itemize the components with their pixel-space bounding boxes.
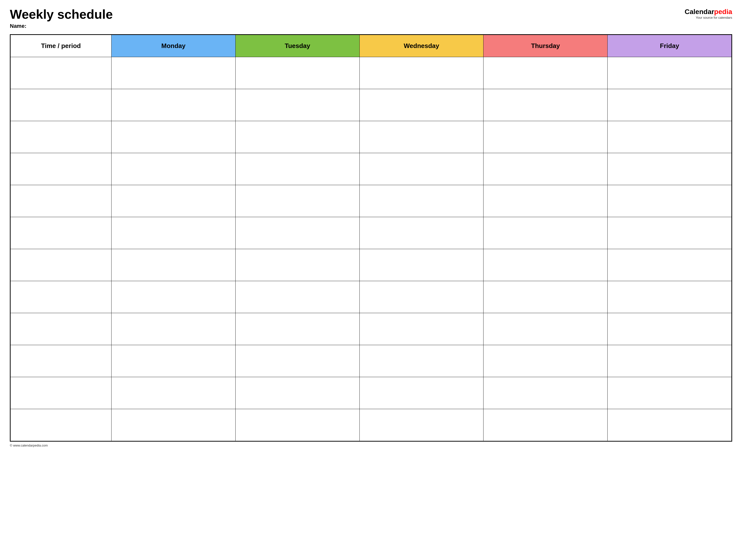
- table-cell[interactable]: [111, 281, 235, 313]
- table-cell[interactable]: [11, 409, 111, 441]
- table-cell[interactable]: [360, 377, 483, 409]
- schedule-table: Time / period Monday Tuesday Wednesday T…: [10, 35, 732, 441]
- table-row[interactable]: [11, 121, 732, 153]
- table-cell[interactable]: [111, 409, 235, 441]
- table-cell[interactable]: [235, 185, 360, 217]
- table-cell[interactable]: [360, 121, 483, 153]
- logo-calendar: Calendar: [685, 8, 714, 15]
- table-cell[interactable]: [360, 89, 483, 121]
- table-cell[interactable]: [607, 249, 732, 281]
- table-cell[interactable]: [235, 217, 360, 249]
- table-cell[interactable]: [483, 281, 607, 313]
- table-row[interactable]: [11, 345, 732, 377]
- logo-pedia: pedia: [714, 8, 732, 15]
- table-cell[interactable]: [360, 313, 483, 345]
- table-cell[interactable]: [111, 249, 235, 281]
- table-cell[interactable]: [235, 89, 360, 121]
- table-cell[interactable]: [111, 153, 235, 185]
- table-cell[interactable]: [360, 249, 483, 281]
- table-cell[interactable]: [607, 217, 732, 249]
- table-cell[interactable]: [11, 217, 111, 249]
- table-cell[interactable]: [111, 89, 235, 121]
- table-cell[interactable]: [607, 121, 732, 153]
- table-row[interactable]: [11, 89, 732, 121]
- table-cell[interactable]: [607, 313, 732, 345]
- table-cell[interactable]: [235, 249, 360, 281]
- table-cell[interactable]: [111, 185, 235, 217]
- table-row[interactable]: [11, 57, 732, 89]
- table-cell[interactable]: [11, 345, 111, 377]
- table-cell[interactable]: [235, 281, 360, 313]
- table-cell[interactable]: [11, 121, 111, 153]
- table-cell[interactable]: [360, 153, 483, 185]
- table-cell[interactable]: [483, 153, 607, 185]
- header-row: Time / period Monday Tuesday Wednesday T…: [11, 35, 732, 57]
- table-cell[interactable]: [235, 313, 360, 345]
- table-cell[interactable]: [607, 377, 732, 409]
- table-cell[interactable]: [111, 217, 235, 249]
- table-cell[interactable]: [11, 89, 111, 121]
- table-cell[interactable]: [607, 345, 732, 377]
- table-cell[interactable]: [483, 57, 607, 89]
- table-cell[interactable]: [483, 409, 607, 441]
- table-cell[interactable]: [235, 409, 360, 441]
- table-cell[interactable]: [11, 377, 111, 409]
- table-cell[interactable]: [607, 153, 732, 185]
- col-header-friday: Friday: [607, 35, 732, 57]
- col-header-time: Time / period: [11, 35, 111, 57]
- table-cell[interactable]: [235, 121, 360, 153]
- table-row[interactable]: [11, 409, 732, 441]
- table-cell[interactable]: [483, 313, 607, 345]
- table-cell[interactable]: [360, 281, 483, 313]
- table-cell[interactable]: [111, 121, 235, 153]
- table-cell[interactable]: [111, 57, 235, 89]
- col-header-thursday: Thursday: [483, 35, 607, 57]
- table-cell[interactable]: [111, 377, 235, 409]
- table-cell[interactable]: [607, 185, 732, 217]
- page-container: Weekly schedule Name: Calendarpedia Your…: [10, 7, 732, 447]
- table-cell[interactable]: [360, 57, 483, 89]
- table-row[interactable]: [11, 313, 732, 345]
- table-row[interactable]: [11, 249, 732, 281]
- table-cell[interactable]: [360, 217, 483, 249]
- table-cell[interactable]: [11, 57, 111, 89]
- title-section: Weekly schedule Name:: [10, 7, 113, 29]
- col-header-monday: Monday: [111, 35, 235, 57]
- schedule-body: [11, 57, 732, 441]
- table-cell[interactable]: [607, 281, 732, 313]
- table-cell[interactable]: [360, 409, 483, 441]
- table-row[interactable]: [11, 217, 732, 249]
- table-cell[interactable]: [483, 377, 607, 409]
- table-cell[interactable]: [11, 281, 111, 313]
- table-cell[interactable]: [235, 345, 360, 377]
- table-row[interactable]: [11, 377, 732, 409]
- table-cell[interactable]: [360, 345, 483, 377]
- table-cell[interactable]: [483, 89, 607, 121]
- table-cell[interactable]: [483, 185, 607, 217]
- table-cell[interactable]: [360, 185, 483, 217]
- col-header-tuesday: Tuesday: [235, 35, 360, 57]
- table-cell[interactable]: [11, 313, 111, 345]
- table-cell[interactable]: [111, 345, 235, 377]
- table-cell[interactable]: [483, 121, 607, 153]
- col-header-wednesday: Wednesday: [360, 35, 483, 57]
- table-row[interactable]: [11, 185, 732, 217]
- table-cell[interactable]: [11, 185, 111, 217]
- name-label: Name:: [10, 23, 113, 29]
- table-cell[interactable]: [11, 153, 111, 185]
- table-cell[interactable]: [607, 409, 732, 441]
- table-cell[interactable]: [235, 377, 360, 409]
- table-cell[interactable]: [483, 217, 607, 249]
- table-row[interactable]: [11, 153, 732, 185]
- table-cell[interactable]: [607, 57, 732, 89]
- table-row[interactable]: [11, 281, 732, 313]
- main-title: Weekly schedule: [10, 7, 113, 21]
- table-cell[interactable]: [483, 345, 607, 377]
- table-cell[interactable]: [235, 153, 360, 185]
- table-cell[interactable]: [483, 249, 607, 281]
- table-cell[interactable]: [235, 57, 360, 89]
- table-cell[interactable]: [11, 249, 111, 281]
- copyright-text: © www.calendarpedia.com: [10, 444, 48, 447]
- table-cell[interactable]: [607, 89, 732, 121]
- table-cell[interactable]: [111, 313, 235, 345]
